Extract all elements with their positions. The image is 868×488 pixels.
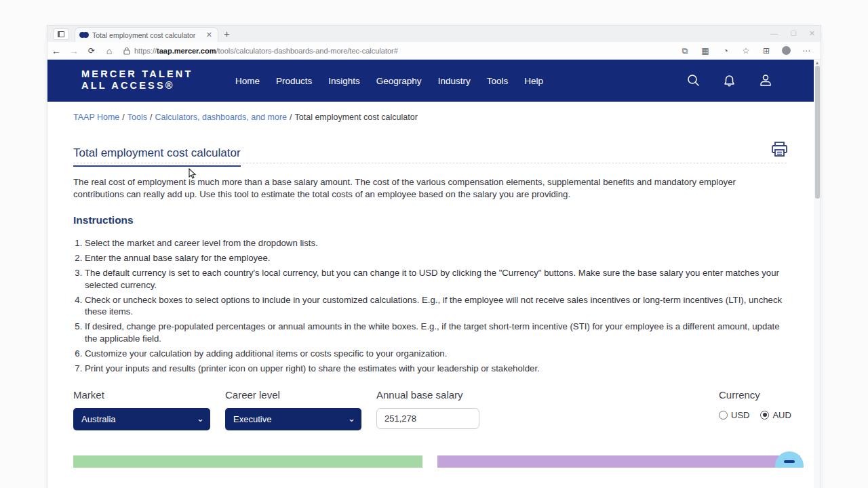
browser-window: Total employment cost calculator ✕ + — ▢…	[47, 26, 821, 488]
chat-widget-button[interactable]	[775, 451, 804, 468]
back-icon[interactable]: ←	[47, 45, 65, 56]
instruction-item: The default currency is set to each coun…	[85, 267, 785, 291]
forward-icon[interactable]: →	[65, 45, 83, 56]
tab-title: Total employment cost calculator	[92, 31, 201, 39]
menu-item-geography[interactable]: Geography	[376, 76, 422, 86]
chevron-down-icon: ⌄	[197, 413, 204, 424]
window-close-button[interactable]: ✕	[809, 27, 815, 39]
page-scrollbar[interactable]: ▲	[814, 60, 821, 488]
site-header: MERCER TALENTALL ACCESS® Home Products I…	[47, 60, 814, 102]
tab-actions-icon[interactable]	[53, 28, 69, 40]
url-text: https://taap.mercer.com/tools/calculator…	[134, 47, 398, 55]
lock-icon	[123, 47, 130, 55]
scrollbar-up-arrow[interactable]: ▲	[814, 60, 821, 65]
mercer-taap-logo[interactable]: MERCER TALENTALL ACCESS®	[81, 68, 193, 92]
browser-tab-strip: Total employment cost calculator ✕ + — ▢…	[47, 26, 821, 42]
breadcrumb: TAAP Home/Tools/Calculators, dashboards,…	[73, 113, 418, 122]
menu-item-insights[interactable]: Insights	[328, 76, 360, 86]
breadcrumb-current: Total employment cost calculator	[295, 113, 418, 122]
currency-radio-usd[interactable]: USD	[719, 410, 749, 420]
radio-circle-icon	[719, 411, 728, 420]
more-menu-icon[interactable]: ⋯	[802, 46, 811, 56]
new-tab-button[interactable]: +	[224, 28, 230, 40]
minimize-button[interactable]: —	[770, 27, 778, 39]
title-divider	[73, 163, 787, 163]
market-dropdown[interactable]: Australia ⌄	[73, 408, 210, 430]
chevron-down-icon: ⌄	[348, 413, 355, 424]
instruction-item: Check or uncheck boxes to select options…	[85, 294, 785, 318]
window-controls: — ▢ ✕	[770, 27, 815, 39]
instructions-list: Select the market and career level from …	[73, 237, 785, 378]
account-person-icon[interactable]	[758, 73, 773, 88]
favorites-icon[interactable]: ☆	[741, 46, 751, 56]
home-icon[interactable]: ⌂	[100, 45, 118, 56]
menu-item-help[interactable]: Help	[524, 76, 543, 86]
intro-paragraph: The real cost of employment is much more…	[73, 176, 785, 201]
career-level-dropdown[interactable]: Executive ⌄	[225, 408, 361, 430]
split-screen-icon[interactable]: ⧉	[680, 46, 690, 56]
search-icon[interactable]	[686, 73, 701, 88]
breadcrumb-link-calculators[interactable]: Calculators, dashboards, and more	[155, 113, 287, 122]
menu-item-industry[interactable]: Industry	[438, 76, 471, 86]
market-label: Market	[73, 389, 210, 401]
browser-tab[interactable]: Total employment cost calculator ✕	[75, 27, 218, 42]
radio-circle-icon	[760, 411, 769, 420]
instruction-item: Select the market and career level from …	[85, 237, 785, 249]
desktop: Total employment cost calculator ✕ + — ▢…	[0, 0, 868, 488]
notifications-bell-icon[interactable]	[722, 73, 736, 88]
page-content: MERCER TALENTALL ACCESS® Home Products I…	[47, 60, 814, 488]
collections-icon[interactable]: ⊞	[762, 46, 771, 56]
maximize-button[interactable]: ▢	[790, 27, 796, 39]
instruction-item: If desired, change pre-populated percent…	[85, 321, 785, 344]
scrollbar-thumb[interactable]	[815, 66, 820, 199]
annual-base-salary-label: Annual base salary	[376, 389, 479, 401]
currency-radio-group: USD AUD	[719, 410, 791, 420]
page-title: Total employment cost calculator	[73, 146, 241, 167]
instruction-item: Customize your calculation by adding add…	[85, 348, 785, 360]
instruction-item: Print your inputs and results (printer i…	[85, 363, 785, 375]
annual-base-salary-input[interactable]: 251,278	[376, 408, 479, 429]
breadcrumb-link-tools[interactable]: Tools	[127, 113, 147, 122]
chat-dash-icon	[784, 460, 795, 463]
tab-close-icon[interactable]: ✕	[205, 30, 214, 39]
menu-item-home[interactable]: Home	[235, 76, 260, 86]
browser-toolbar-icons: ⧉ ▦ ◔ ☆ ⊞ ⋯	[680, 46, 811, 56]
instruction-item: Enter the annual base salary for the emp…	[85, 252, 785, 264]
mouse-cursor	[189, 168, 197, 180]
breadcrumb-link-taap-home[interactable]: TAAP Home	[73, 113, 119, 122]
browser-address-bar: ← → ⟳ ⌂ https://taap.mercer.com/tools/ca…	[47, 42, 821, 60]
purple-card-header	[437, 455, 800, 468]
green-card-header	[73, 455, 422, 468]
site-favicon-icon	[79, 32, 89, 38]
main-menu: Home Products Insights Geography Industr…	[235, 60, 543, 102]
menu-item-tools[interactable]: Tools	[487, 76, 509, 86]
profile-avatar[interactable]	[782, 46, 791, 55]
copilot-icon[interactable]: ◔	[721, 46, 730, 56]
extensions-icon[interactable]: ▦	[701, 46, 710, 56]
instructions-heading: Instructions	[73, 214, 134, 226]
menu-item-products[interactable]: Products	[276, 76, 312, 86]
currency-label: Currency	[719, 389, 791, 401]
address-bar[interactable]: https://taap.mercer.com/tools/calculator…	[123, 44, 675, 58]
refresh-icon[interactable]: ⟳	[83, 46, 100, 56]
print-icon[interactable]	[770, 141, 789, 159]
currency-radio-aud[interactable]: AUD	[760, 410, 791, 420]
career-level-label: Career level	[225, 389, 361, 401]
